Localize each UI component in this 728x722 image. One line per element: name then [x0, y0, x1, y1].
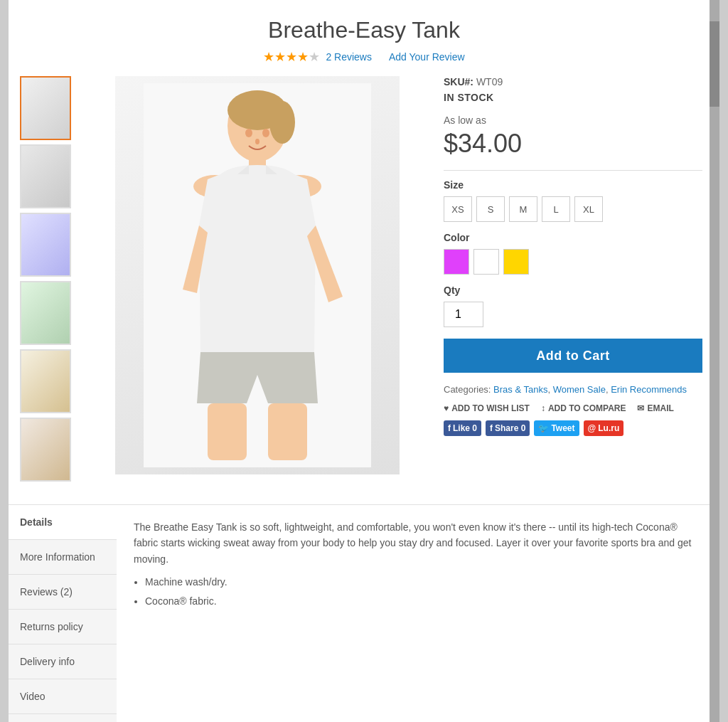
- color-swatch-magenta[interactable]: [444, 249, 469, 275]
- tab-returns-policy[interactable]: Returns policy: [9, 610, 117, 644]
- tab-reviews[interactable]: Reviews (2): [9, 575, 117, 610]
- tab-bullet-list: Machine wash/dry. Cocona® fabric.: [145, 574, 702, 609]
- category-bras-tanks[interactable]: Bras & Tanks: [493, 384, 547, 395]
- product-image-svg: [144, 83, 371, 467]
- color-label: Color: [444, 232, 702, 243]
- main-product-image: [88, 76, 427, 482]
- qty-label: Qty: [444, 285, 702, 296]
- category-women-sale[interactable]: Women Sale: [553, 384, 606, 395]
- fb-icon: f: [448, 423, 451, 433]
- tab-content-details: The Breathe Easy Tank is so soft, lightw…: [117, 505, 719, 722]
- size-m[interactable]: M: [509, 196, 537, 222]
- category-erin-recommends[interactable]: Erin Recommends: [611, 384, 687, 395]
- email-link[interactable]: ✉ EMAIL: [637, 403, 673, 413]
- size-s[interactable]: S: [476, 196, 505, 222]
- as-low-as-label: As low as: [444, 115, 702, 126]
- size-label: Size: [444, 179, 702, 191]
- facebook-like-button[interactable]: f Like 0: [444, 420, 481, 436]
- tab-more-information[interactable]: More Information: [9, 540, 117, 575]
- twitter-icon: 🐦: [538, 423, 549, 433]
- wish-list-link[interactable]: ♥ ADD TO WISH LIST: [444, 403, 530, 413]
- rating-row: ★★★★★ 2 Reviews Add Your Review: [9, 49, 719, 65]
- price-divider: [444, 170, 702, 171]
- color-swatch-yellow[interactable]: [503, 249, 529, 275]
- tab-details[interactable]: Details: [9, 505, 117, 540]
- color-swatch-white[interactable]: [473, 249, 499, 275]
- thumbnail-3[interactable]: [20, 213, 71, 277]
- size-l[interactable]: L: [542, 196, 570, 222]
- fb-share-icon: f: [490, 423, 493, 433]
- svg-point-9: [245, 129, 252, 137]
- add-review-link[interactable]: Add Your Review: [389, 51, 465, 63]
- review-count-link[interactable]: 2 Reviews: [326, 51, 372, 63]
- social-row: f Like 0 f Share 0 🐦 Tweet @ Lu.ru: [444, 420, 702, 436]
- qty-input[interactable]: [444, 302, 483, 327]
- star-icons: ★★★★★: [263, 49, 320, 65]
- twitter-tweet-button[interactable]: 🐦 Tweet: [534, 420, 579, 436]
- size-xl[interactable]: XL: [574, 196, 603, 222]
- tab-description: The Breathe Easy Tank is so soft, lightw…: [134, 519, 702, 567]
- tab-bullet-2: Cocona® fabric.: [145, 593, 702, 609]
- thumbnail-4[interactable]: [20, 281, 71, 345]
- thumbnail-2[interactable]: [20, 144, 71, 208]
- facebook-share-button[interactable]: f Share 0: [486, 420, 530, 436]
- sku-row: SKU#: WT09: [444, 76, 702, 87]
- compare-link[interactable]: ↕ ADD TO COMPARE: [541, 403, 626, 413]
- svg-rect-8: [268, 403, 307, 460]
- tabs-section: Details More Information Reviews (2) Ret…: [9, 504, 719, 722]
- product-price: $34.00: [444, 129, 702, 159]
- svg-rect-7: [208, 403, 247, 460]
- heart-icon: ♥: [444, 403, 449, 413]
- thumbnail-5[interactable]: [20, 349, 71, 413]
- add-to-cart-button[interactable]: Add to Cart: [444, 339, 702, 373]
- product-title: Breathe-Easy Tank: [9, 0, 719, 49]
- product-layout: SKU#: WT09 IN STOCK As low as $34.00 Siz…: [9, 76, 719, 482]
- thumbnail-1[interactable]: [20, 76, 71, 140]
- thumbnail-6[interactable]: [20, 418, 71, 482]
- thumbnail-list: [20, 76, 77, 482]
- categories-row: Categories: Bras & Tanks, Women Sale, Er…: [444, 384, 702, 395]
- size-xs[interactable]: XS: [444, 196, 472, 222]
- stock-status: IN STOCK: [444, 92, 702, 103]
- email-icon: ✉: [637, 403, 644, 413]
- compare-icon: ↕: [541, 403, 545, 413]
- size-selector: XS S M L XL: [444, 196, 702, 222]
- svg-point-11: [255, 139, 259, 144]
- color-swatches: [444, 249, 702, 275]
- tab-delivery-info[interactable]: Delivery info: [9, 644, 117, 679]
- tab-video[interactable]: Video: [9, 679, 117, 714]
- luru-button[interactable]: @ Lu.ru: [584, 420, 624, 436]
- product-info-panel: SKU#: WT09 IN STOCK As low as $34.00 Siz…: [438, 76, 708, 482]
- luru-icon: @: [588, 423, 596, 433]
- tabs-sidebar: Details More Information Reviews (2) Ret…: [9, 505, 117, 722]
- action-links: ♥ ADD TO WISH LIST ↕ ADD TO COMPARE ✉ EM…: [444, 403, 702, 413]
- tab-custom-tab[interactable]: Custom Tab: [9, 714, 117, 722]
- svg-point-3: [269, 101, 295, 144]
- tab-bullet-1: Machine wash/dry.: [145, 574, 702, 590]
- svg-point-10: [262, 129, 269, 137]
